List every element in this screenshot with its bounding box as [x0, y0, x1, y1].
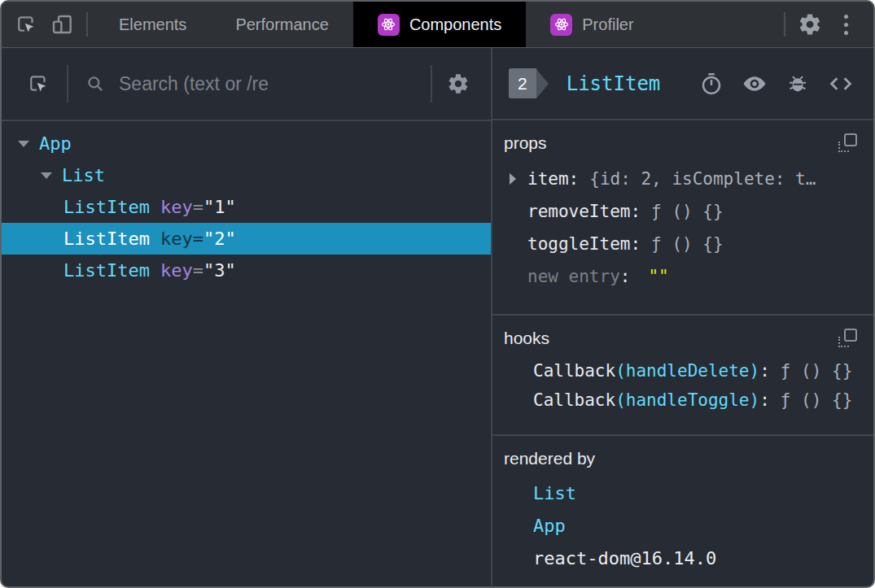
device-toolbar-icon — [49, 11, 75, 37]
prop-value: ƒ () {} — [651, 202, 724, 221]
search-separator — [67, 65, 68, 102]
inspect-element-button[interactable] — [8, 2, 44, 47]
colon: : — [630, 234, 641, 254]
gear-icon — [798, 12, 822, 37]
tree-row-app[interactable]: App — [2, 128, 491, 159]
rendered-by-section: rendered by List App react-dom@16.14.0 — [492, 436, 873, 586]
more-options-button[interactable] — [828, 2, 864, 47]
copy-hooks-button[interactable] — [838, 329, 857, 348]
tab-components[interactable]: Components — [353, 2, 526, 47]
hooks-section: hooks Callback(handleDelete): ƒ () {} Ca… — [492, 316, 873, 436]
toolbar-separator — [784, 12, 785, 37]
hook-fn-name: (handleToggle) — [615, 390, 759, 410]
prop-name: item — [527, 169, 569, 189]
tab-profiler[interactable]: Profiler — [526, 2, 658, 47]
key-value: "1" — [203, 197, 236, 217]
key-attribute: key — [160, 197, 193, 217]
toolbar-spacer — [658, 2, 777, 47]
hooks-title: hooks — [504, 329, 549, 348]
hook-fn-name: (handleDelete) — [615, 361, 759, 381]
search-input[interactable] — [119, 73, 427, 95]
stopwatch-icon — [699, 72, 724, 96]
component-name: List — [62, 165, 105, 185]
devtools-toolbar: Elements Performance Components — [2, 2, 873, 48]
prop-row-new-entry[interactable]: new entry: "" — [504, 260, 857, 293]
kebab-dot — [844, 31, 848, 35]
view-settings-button[interactable] — [447, 72, 470, 95]
equals-sign: = — [193, 197, 203, 217]
tab-performance[interactable]: Performance — [211, 2, 353, 47]
search-separator — [431, 65, 432, 102]
toolbar-separator — [86, 12, 88, 37]
tab-label: Performance — [235, 15, 329, 34]
component-name: ListItem — [63, 229, 150, 249]
key-attribute: key — [160, 260, 193, 281]
hook-type: Callback — [533, 390, 615, 410]
tree-pane: App List ListItem key="1" ListItem key="… — [2, 48, 492, 586]
new-entry-value-input[interactable]: "" — [648, 267, 668, 286]
owner-link-app[interactable]: App — [533, 516, 566, 536]
suspend-toggle-button[interactable] — [699, 72, 724, 96]
component-name: ListItem — [63, 260, 150, 281]
prop-name: toggleItem — [527, 234, 630, 254]
components-panel: App List ListItem key="1" ListItem key="… — [2, 48, 873, 586]
collapse-caret-icon[interactable] — [18, 141, 29, 147]
search-icon — [85, 73, 106, 94]
prop-row-toggleitem[interactable]: toggleItem: ƒ () {} — [504, 228, 857, 260]
colon: : — [620, 267, 631, 286]
hook-value: ƒ () {} — [781, 361, 853, 381]
hook-row-handledelete[interactable]: Callback(handleDelete): ƒ () {} — [504, 356, 857, 385]
owner-link-list[interactable]: List — [533, 483, 576, 503]
hook-value: ƒ () {} — [781, 390, 853, 410]
tab-label: Components — [409, 15, 501, 34]
rendered-by-title: rendered by — [504, 449, 595, 468]
tab-label: Elements — [119, 15, 186, 34]
key-value: "2" — [203, 229, 236, 249]
inspect-dom-button[interactable] — [742, 71, 768, 97]
view-source-button[interactable] — [828, 71, 854, 97]
component-tree: App List ListItem key="1" ListItem key="… — [2, 121, 491, 286]
props-section: props item: {id: 2, isComplete: t… remov… — [492, 120, 873, 316]
tree-search-bar — [2, 48, 491, 121]
tree-row-listitem-3[interactable]: ListItem key="3" — [2, 255, 491, 286]
colon: : — [569, 169, 580, 189]
prop-row-item[interactable]: item: {id: 2, isComplete: t… — [504, 163, 857, 195]
inspect-element-icon — [14, 12, 38, 37]
expand-caret-icon[interactable] — [510, 173, 516, 185]
select-component-button[interactable] — [26, 72, 50, 96]
toggle-device-toolbar-button[interactable] — [44, 2, 80, 47]
tab-label: Profiler — [582, 15, 633, 34]
equals-sign: = — [193, 260, 203, 281]
key-attribute: key — [160, 229, 193, 249]
settings-button[interactable] — [792, 2, 828, 47]
tree-row-list[interactable]: List — [2, 159, 491, 191]
kebab-dot — [844, 15, 848, 19]
copy-props-button[interactable] — [838, 133, 857, 153]
tab-elements[interactable]: Elements — [94, 2, 211, 47]
key-value: "3" — [203, 260, 236, 281]
badge-arrow-icon — [536, 69, 549, 98]
eye-icon — [742, 71, 768, 97]
rendered-by-item: App — [504, 509, 857, 542]
colon: : — [759, 390, 770, 410]
code-brackets-icon — [828, 71, 854, 97]
kebab-dot — [844, 23, 848, 27]
prop-name: removeItem — [527, 202, 630, 221]
owners-stack-badge[interactable]: 2 — [509, 68, 549, 98]
log-to-console-button[interactable] — [785, 72, 810, 96]
component-name: ListItem — [63, 197, 150, 217]
tree-row-listitem-1[interactable]: ListItem key="1" — [2, 191, 491, 223]
hook-row-handletoggle[interactable]: Callback(handleToggle): ƒ () {} — [504, 385, 857, 415]
tree-row-listitem-2-selected[interactable]: ListItem key="2" — [2, 223, 491, 255]
prop-value: {id: 2, isComplete: t… — [589, 169, 816, 189]
colon: : — [630, 202, 641, 221]
selected-component-name: ListItem — [567, 72, 699, 95]
new-entry-name-input[interactable]: new entry — [527, 267, 620, 286]
react-atom-icon — [378, 14, 400, 36]
equals-sign: = — [193, 229, 203, 249]
hook-type: Callback — [533, 361, 615, 381]
prop-row-removeitem[interactable]: removeItem: ƒ () {} — [504, 195, 857, 228]
collapse-caret-icon[interactable] — [41, 172, 52, 179]
select-component-icon — [26, 72, 50, 96]
bug-icon — [785, 72, 810, 96]
